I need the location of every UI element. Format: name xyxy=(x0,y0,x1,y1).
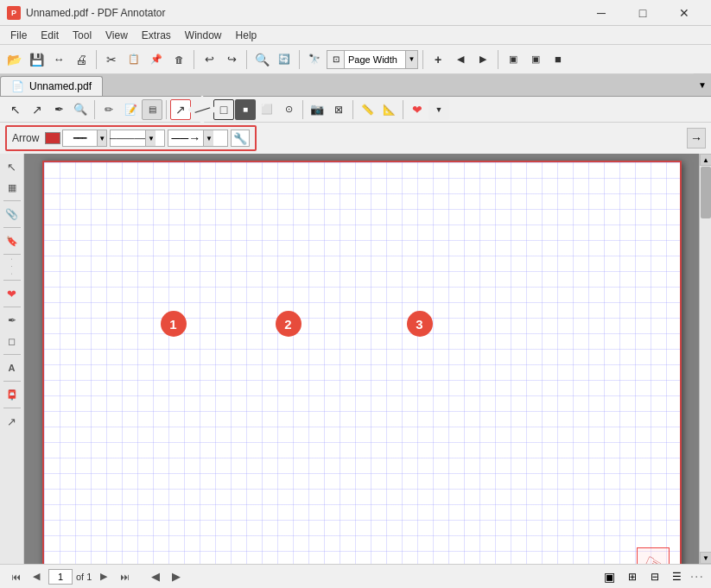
tool-eraser[interactable]: ⬜ xyxy=(257,99,277,120)
close-button[interactable]: ✕ xyxy=(664,0,704,26)
scroll-thumb[interactable] xyxy=(701,167,711,218)
sidebar-highlight[interactable]: ▦ xyxy=(3,178,22,197)
next-annotation-button[interactable]: → xyxy=(687,128,706,149)
tool-camera[interactable]: 📷 xyxy=(307,99,327,120)
zoom-dropdown-arrow[interactable]: ▼ xyxy=(406,50,418,69)
delete-button[interactable]: 🗑 xyxy=(168,49,189,70)
tool-lasso[interactable]: ⊙ xyxy=(278,99,299,120)
status-dots: ··· xyxy=(690,569,704,585)
properties-button[interactable]: 🔧 xyxy=(231,130,250,147)
thickness-preview: ━━━ xyxy=(63,130,96,146)
menu-tool[interactable]: Tool xyxy=(66,26,98,44)
tool-pen[interactable]: ✒ xyxy=(48,99,69,120)
tool-stamp[interactable]: ▤ xyxy=(142,99,162,120)
tool-textmarker[interactable]: 📝 xyxy=(120,99,141,120)
search-replace-button[interactable]: 🔄 xyxy=(274,49,295,70)
tool-select[interactable]: ↖ xyxy=(5,99,26,120)
go-back-button[interactable]: ◀ xyxy=(147,568,164,585)
copy-button[interactable]: 📋 xyxy=(124,49,144,70)
line-style-arrow[interactable]: ▼ xyxy=(145,130,156,146)
prev-page-nav-button[interactable]: ◀ xyxy=(28,568,45,585)
annotation-label: Arrow xyxy=(12,132,39,144)
pdf-grid xyxy=(44,162,680,564)
thickness-dropdown[interactable]: ━━━ ▼ xyxy=(62,130,107,147)
find-button[interactable]: 🔍 xyxy=(251,49,272,70)
sidebar-select[interactable]: ↖ xyxy=(3,157,22,176)
menu-file[interactable]: File xyxy=(3,26,34,44)
maximize-button[interactable]: □ xyxy=(623,0,663,26)
dark-mode-button[interactable]: ■ xyxy=(548,49,568,70)
pdf-area[interactable]: 1 2 3 ☞ xyxy=(24,154,699,564)
tool-pointer[interactable]: ↗ xyxy=(27,99,48,120)
scroll-up-button[interactable]: ▲ xyxy=(700,154,711,166)
view-single-button[interactable]: ▣ xyxy=(600,567,619,586)
undo-button[interactable]: ↩ xyxy=(199,49,219,70)
save-button[interactable]: 💾 xyxy=(26,49,47,70)
scroll-down-button[interactable]: ▼ xyxy=(700,552,711,564)
single-page-button[interactable]: ▣ xyxy=(503,49,524,70)
view-columns-button[interactable]: ⊟ xyxy=(645,567,664,586)
sidebar-heart[interactable]: ❤ xyxy=(3,284,22,303)
tool-measure[interactable]: 📐 xyxy=(378,99,399,120)
pdf-tab[interactable]: 📄 Unnamed.pdf xyxy=(0,76,103,96)
sidebar-arrow[interactable]: ↗ xyxy=(3,412,22,431)
status-bar: ⏮ ◀ of 1 ▶ ⏭ ◀ ▶ ▣ ⊞ ⊟ ☰ ··· xyxy=(0,564,711,588)
sidebar-divider-8 xyxy=(3,408,21,408)
prev-page-button[interactable]: ◀ xyxy=(450,49,471,70)
first-page-button[interactable]: ⏮ xyxy=(7,568,24,585)
minimize-button[interactable]: ─ xyxy=(581,0,621,26)
pdf-page: 1 2 3 ☞ xyxy=(42,161,682,564)
cut-button[interactable]: ✂ xyxy=(101,49,122,70)
tool-ruler[interactable]: 📏 xyxy=(357,99,378,120)
print-button[interactable]: 🖨 xyxy=(71,49,92,70)
scrollbar-right[interactable]: ▲ ▼ xyxy=(699,154,711,564)
sidebar-stamp[interactable]: 📮 xyxy=(3,385,22,404)
arrow-style-arrow[interactable]: ▼ xyxy=(203,130,213,146)
view-grid-button[interactable]: ⊞ xyxy=(623,567,642,586)
sidebar-bookmark[interactable]: 🔖 xyxy=(3,231,22,250)
menu-help[interactable]: Help xyxy=(229,26,264,44)
menu-edit[interactable]: Edit xyxy=(34,26,66,44)
line-style-preview: ────── xyxy=(111,130,145,146)
redo-button[interactable]: ↪ xyxy=(221,49,242,70)
line-style-dropdown[interactable]: ────── ▼ xyxy=(110,130,165,147)
zoom-out-button[interactable]: 🔭 xyxy=(304,49,325,70)
sidebar-pen[interactable]: ✒ xyxy=(3,311,22,330)
separator-t5 xyxy=(403,100,403,119)
separator-5 xyxy=(422,50,423,69)
sidebar-attach[interactable]: 📎 xyxy=(3,205,22,224)
sync-button[interactable]: ↔ xyxy=(48,49,69,70)
window-title: Unnamed.pdf - PDF Annotator xyxy=(26,7,581,19)
sidebar-eraser[interactable]: ◻ xyxy=(3,332,22,351)
tab-dropdown-button[interactable]: ▼ xyxy=(694,73,711,96)
tool-magnifier[interactable]: 🔍 xyxy=(70,99,91,120)
next-page-button[interactable]: ▶ xyxy=(473,49,493,70)
go-forward-button[interactable]: ▶ xyxy=(168,568,185,585)
tool-highlighter[interactable]: ✏ xyxy=(98,99,119,120)
tool-heart-dropdown[interactable]: ▼ xyxy=(429,99,449,120)
last-page-button[interactable]: ⏭ xyxy=(116,568,133,585)
menu-window[interactable]: Window xyxy=(178,26,229,44)
two-page-button[interactable]: ▣ xyxy=(525,49,546,70)
zoom-label[interactable]: Page Width xyxy=(344,50,406,69)
open-button[interactable]: 📂 xyxy=(3,49,24,70)
tool-heart[interactable]: ❤ xyxy=(407,99,428,120)
menu-extras[interactable]: Extras xyxy=(135,26,178,44)
page-number-input[interactable] xyxy=(48,569,73,585)
color-swatch[interactable] xyxy=(45,132,60,144)
arrow-style-dropdown[interactable]: ──→ ▼ xyxy=(168,130,228,147)
paste-button[interactable]: 📌 xyxy=(146,49,167,70)
tool-filled-rect[interactable]: ■ xyxy=(235,99,256,120)
next-page-nav-button[interactable]: ▶ xyxy=(95,568,112,585)
main-content: ↖ ▦ 📎 🔖 · · · ❤ ✒ ◻ A 📮 ↗ 1 2 xyxy=(0,154,711,564)
zoom-dropdown[interactable]: ⊡ Page Width ▼ xyxy=(327,50,418,69)
scroll-track[interactable] xyxy=(700,166,711,552)
view-list-button[interactable]: ☰ xyxy=(668,567,687,586)
menu-view[interactable]: View xyxy=(98,26,135,44)
tool-line[interactable]: ╱ xyxy=(187,95,217,124)
tool-crop[interactable]: ⊠ xyxy=(328,99,349,120)
badge-1: 1 xyxy=(161,311,187,337)
thickness-dropdown-arrow[interactable]: ▼ xyxy=(97,130,107,146)
add-page-button[interactable]: + xyxy=(428,49,448,70)
sidebar-text[interactable]: A xyxy=(3,358,22,377)
